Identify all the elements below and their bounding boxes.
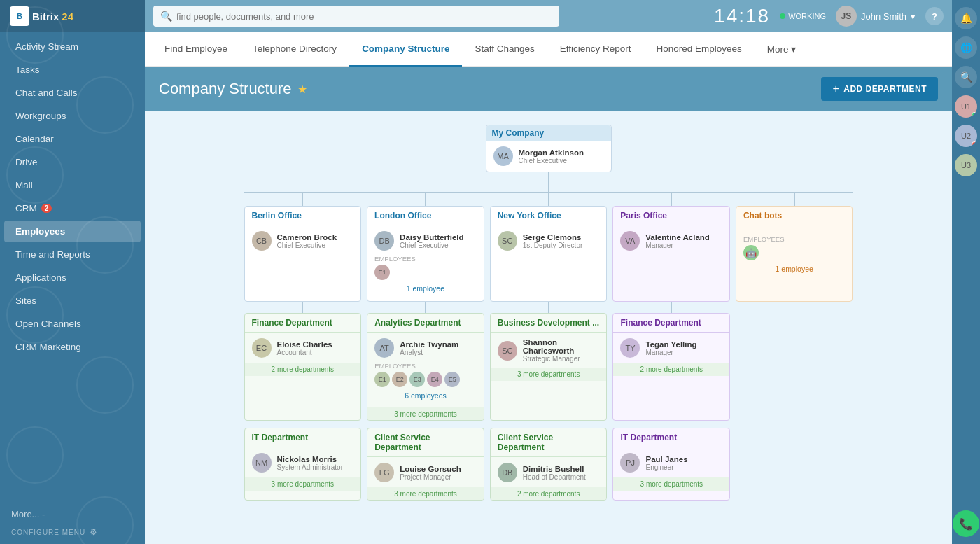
logo-area: B Bitrix 24 <box>0 0 145 32</box>
sidebar-item-crm-marketing[interactable]: CRM Marketing <box>4 336 141 358</box>
london-client-more: 3 more departments <box>367 487 484 501</box>
branches-row: Berlin Office CB Cameron Brock Chief Exe… <box>244 206 853 302</box>
newyork-office-node[interactable]: New York Office SC Serge Clemons 1st Dep… <box>490 206 608 302</box>
sidebar-item-label: Time and Reports <box>15 249 90 260</box>
chatbot-empty-slot <box>736 313 853 421</box>
london-analytics-node[interactable]: Analytics Department AT Archie Twynam An… <box>367 313 484 421</box>
rs-avatar-2[interactable]: U2 <box>955 125 977 147</box>
sidebar-item-open-channels[interactable]: Open Channels <box>4 313 141 335</box>
user-chevron-icon: ▾ <box>911 11 916 22</box>
paris-finance-more: 2 more departments <box>612 363 730 376</box>
phone-call-button[interactable]: 📞 <box>953 510 979 537</box>
chatbot-node[interactable]: Chat bots Employees 🤖 1 employee <box>736 206 853 302</box>
chatbot-emp-link[interactable]: 1 employee <box>743 260 846 276</box>
search-input[interactable] <box>176 11 552 22</box>
sidebar-item-label: Calendar <box>15 134 54 144</box>
sidebar-item-chat-calls[interactable]: Chat and Calls <box>4 82 141 104</box>
berlin-office-node[interactable]: Berlin Office CB Cameron Brock Chief Exe… <box>244 206 362 302</box>
right-sidebar: 🔔 🌐 🔍 U1 U2 U3 📞 <box>952 0 980 544</box>
berlin-finance-body: EC Eloise Charles Accountant <box>245 333 361 363</box>
search-rs-icon[interactable]: 🔍 <box>955 66 977 88</box>
london-client-node[interactable]: Client Service Department LG Louise Gors… <box>367 428 484 501</box>
sub-gap <box>159 421 938 428</box>
tabbar: Find Employee Telephone Directory Compan… <box>145 32 952 67</box>
ny-bizdev-title: Business Development ... <box>491 314 607 333</box>
analytics-emp-2: E2 <box>392 372 407 387</box>
sidebar-item-employees[interactable]: Employees <box>4 221 141 242</box>
org-chart-area[interactable]: My Company MA Morgan Atkinson Chief Exec… <box>145 111 952 544</box>
london-office-node[interactable]: London Office DB Daisy Butterfield Chief… <box>367 206 484 302</box>
root-level: My Company MA Morgan Atkinson Chief Exec… <box>159 125 938 172</box>
tab-honored-employees[interactable]: Honored Employees <box>644 32 755 67</box>
root-person-avatar: MA <box>493 146 513 166</box>
paris-it-node[interactable]: IT Department PJ Paul Janes Engineer 3 m… <box>612 428 730 501</box>
tab-telephone-directory[interactable]: Telephone Directory <box>240 32 349 67</box>
ny-client-role: Head of Department <box>523 473 586 481</box>
sidebar-more-link[interactable]: More... - <box>11 509 45 519</box>
working-label: WORKING <box>788 12 826 20</box>
sidebar-item-workgroups[interactable]: Workgroups <box>4 105 141 127</box>
paris-it-title: IT Department <box>613 428 729 447</box>
paris-office-node[interactable]: Paris Office VA Valentine Acland Manager <box>612 206 730 302</box>
london-analytics-body: AT Archie Twynam Analyst Employees E1 E2… <box>368 333 484 408</box>
user-info[interactable]: JS John Smith ▾ <box>836 6 916 27</box>
configure-menu[interactable]: CONFIGURE MENU ⚙ <box>11 527 134 537</box>
berlin-it-title: IT Department <box>245 428 361 447</box>
tab-more[interactable]: More ▾ <box>755 32 809 67</box>
london-client-body: LG Louise Gorsuch Project Manager <box>368 457 484 488</box>
root-person-role: Chief Executive <box>519 157 584 165</box>
berlin-finance-avatar: EC <box>252 338 272 358</box>
branch-hline-container <box>159 192 938 193</box>
ny-client-node[interactable]: Client Service Department DB Dimitris Bu… <box>490 428 608 501</box>
working-status: WORKING <box>780 12 826 20</box>
logo-text: Bitrix <box>32 11 59 22</box>
tab-staff-changes[interactable]: Staff Changes <box>462 32 547 67</box>
sidebar-item-sites[interactable]: Sites <box>4 290 141 312</box>
sidebar-item-crm[interactable]: CRM 2 <box>4 197 141 219</box>
tab-efficiency-report[interactable]: Efficiency Report <box>547 32 644 67</box>
help-button[interactable]: ? <box>925 7 944 25</box>
berlin-avatar: CB <box>252 231 272 251</box>
newyork-person-role: 1st Deputy Director <box>523 242 583 249</box>
berlin-it-node[interactable]: IT Department NM Nickolas Morris System … <box>244 428 362 501</box>
paris-avatar: VA <box>620 231 640 251</box>
sidebar-item-activity-stream[interactable]: Activity Stream <box>4 36 141 57</box>
sidebar-item-applications[interactable]: Applications <box>4 267 141 288</box>
sidebar-item-mail[interactable]: Mail <box>4 174 141 196</box>
berlin-it-person: Nickolas Morris <box>277 455 343 463</box>
london-emp-link[interactable]: 1 employee <box>374 280 477 295</box>
chatbot-employees-row: 🤖 <box>743 245 846 260</box>
search-icon: 🔍 <box>160 11 172 22</box>
paris-finance-avatar: TY <box>620 338 640 358</box>
rs-avatar-3[interactable]: U3 <box>955 154 977 176</box>
ny-bizdev-node[interactable]: Business Development ... SC Shannon Char… <box>490 313 608 421</box>
london-client-title: Client Service Department <box>368 428 484 457</box>
sidebar-item-tasks[interactable]: Tasks <box>4 59 141 81</box>
london-analytics-avatar: AT <box>374 338 394 358</box>
notification-bell-icon[interactable]: 🔔 <box>955 7 977 29</box>
globe-icon[interactable]: 🌐 <box>955 36 977 59</box>
berlin-finance-node[interactable]: Finance Department EC Eloise Charles Acc… <box>244 313 362 421</box>
rs-avatar-1[interactable]: U1 <box>955 95 977 118</box>
sub-branches-row-1: Finance Department EC Eloise Charles Acc… <box>244 313 853 421</box>
search-box[interactable]: 🔍 <box>153 6 559 27</box>
favorite-star-icon[interactable]: ★ <box>298 83 307 96</box>
paris-it-person: Paul Janes <box>645 455 687 463</box>
chatbot-empty-slot-2 <box>736 428 853 501</box>
sidebar-item-calendar[interactable]: Calendar <box>4 128 141 150</box>
berlin-finance-title: Finance Department <box>245 314 361 333</box>
analytics-emp-link[interactable]: 6 employees <box>374 387 477 403</box>
tab-find-employee[interactable]: Find Employee <box>152 32 240 67</box>
tab-company-structure[interactable]: Company Structure <box>349 32 462 67</box>
root-node[interactable]: My Company MA Morgan Atkinson Chief Exec… <box>486 125 612 172</box>
paris-finance-node[interactable]: Finance Department TY Tegan Yelling Mana… <box>612 313 730 421</box>
add-department-button[interactable]: + ADD DEPARTMENT <box>821 77 938 101</box>
sidebar-item-label: Workgroups <box>15 111 66 121</box>
london-analytics-role: Analyst <box>400 349 458 356</box>
london-title: London Office <box>368 207 484 225</box>
sidebar-item-drive[interactable]: Drive <box>4 151 141 173</box>
london-person-role: Chief Executive <box>400 242 463 249</box>
configure-menu-label: CONFIGURE MENU <box>11 529 85 536</box>
sidebar-item-time-reports[interactable]: Time and Reports <box>4 244 141 265</box>
berlin-finance-more: 2 more departments <box>244 363 362 376</box>
